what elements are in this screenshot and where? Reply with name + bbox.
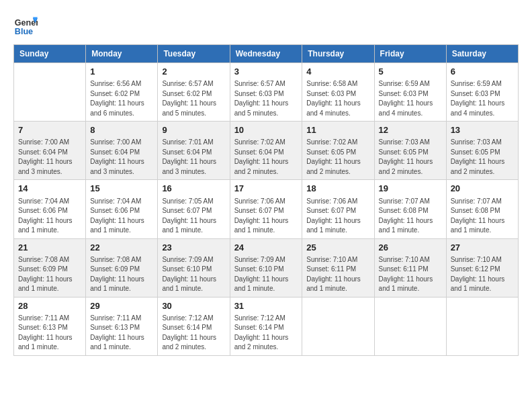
day-number: 18 [306, 183, 369, 195]
day-number: 10 [234, 124, 298, 136]
calendar-cell: 14Sunrise: 7:04 AMSunset: 6:06 PMDayligh… [14, 180, 86, 238]
day-number: 27 [451, 242, 514, 254]
calendar-cell: 6Sunrise: 6:59 AMSunset: 6:03 PMDaylight… [446, 63, 518, 122]
calendar-cell: 19Sunrise: 7:07 AMSunset: 6:08 PMDayligh… [374, 180, 446, 238]
day-number: 24 [234, 242, 298, 254]
calendar-cell: 22Sunrise: 7:08 AMSunset: 6:09 PMDayligh… [86, 238, 158, 297]
day-number: 17 [234, 183, 298, 195]
calendar-cell: 3Sunrise: 6:57 AMSunset: 6:03 PMDaylight… [230, 63, 302, 122]
day-number: 26 [379, 242, 442, 254]
calendar-cell [374, 297, 446, 355]
calendar-cell: 24Sunrise: 7:09 AMSunset: 6:10 PMDayligh… [230, 238, 302, 297]
calendar-cell [14, 63, 86, 122]
day-number: 9 [162, 124, 225, 136]
weekday-header-saturday: Saturday [446, 45, 518, 63]
calendar-cell: 20Sunrise: 7:07 AMSunset: 6:08 PMDayligh… [446, 180, 518, 238]
calendar-week-row: 1Sunrise: 6:56 AMSunset: 6:02 PMDaylight… [14, 63, 519, 122]
calendar-cell: 30Sunrise: 7:12 AMSunset: 6:14 PMDayligh… [158, 297, 230, 355]
day-number: 6 [451, 66, 514, 78]
day-info: Sunrise: 7:11 AMSunset: 6:13 PMDaylight:… [90, 314, 153, 353]
calendar-week-row: 21Sunrise: 7:08 AMSunset: 6:09 PMDayligh… [14, 238, 519, 297]
day-info: Sunrise: 6:57 AMSunset: 6:02 PMDaylight:… [162, 79, 225, 118]
day-info: Sunrise: 7:04 AMSunset: 6:06 PMDaylight:… [18, 197, 81, 236]
calendar-cell: 18Sunrise: 7:06 AMSunset: 6:07 PMDayligh… [302, 180, 374, 238]
weekday-header-monday: Monday [86, 45, 158, 63]
day-info: Sunrise: 7:08 AMSunset: 6:09 PMDaylight:… [90, 255, 153, 294]
day-number: 15 [90, 183, 153, 195]
calendar-cell [446, 297, 518, 355]
calendar-week-row: 14Sunrise: 7:04 AMSunset: 6:06 PMDayligh… [14, 180, 519, 238]
day-number: 7 [18, 124, 81, 136]
calendar-cell [302, 297, 374, 355]
day-number: 1 [90, 66, 153, 78]
day-info: Sunrise: 7:07 AMSunset: 6:08 PMDaylight:… [379, 197, 442, 236]
day-number: 14 [18, 183, 81, 195]
day-info: Sunrise: 7:00 AMSunset: 6:04 PMDaylight:… [18, 138, 81, 177]
day-info: Sunrise: 7:12 AMSunset: 6:14 PMDaylight:… [234, 314, 298, 353]
day-info: Sunrise: 7:08 AMSunset: 6:09 PMDaylight:… [18, 255, 81, 294]
weekday-header-wednesday: Wednesday [230, 45, 302, 63]
page-header: General Blue [13, 13, 519, 38]
calendar-week-row: 28Sunrise: 7:11 AMSunset: 6:13 PMDayligh… [14, 297, 519, 355]
day-number: 21 [18, 242, 81, 254]
day-info: Sunrise: 7:03 AMSunset: 6:05 PMDaylight:… [451, 138, 514, 177]
logo-icon: General Blue [13, 13, 38, 38]
day-info: Sunrise: 7:04 AMSunset: 6:06 PMDaylight:… [90, 197, 153, 236]
day-info: Sunrise: 7:03 AMSunset: 6:05 PMDaylight:… [379, 138, 442, 177]
day-info: Sunrise: 7:10 AMSunset: 6:12 PMDaylight:… [451, 255, 514, 294]
calendar-cell: 7Sunrise: 7:00 AMSunset: 6:04 PMDaylight… [14, 122, 86, 180]
day-number: 12 [379, 124, 442, 136]
day-number: 3 [234, 66, 298, 78]
calendar-cell: 5Sunrise: 6:59 AMSunset: 6:03 PMDaylight… [374, 63, 446, 122]
day-info: Sunrise: 6:59 AMSunset: 6:03 PMDaylight:… [379, 79, 442, 118]
day-info: Sunrise: 7:01 AMSunset: 6:04 PMDaylight:… [162, 138, 225, 177]
calendar-cell: 11Sunrise: 7:02 AMSunset: 6:05 PMDayligh… [302, 122, 374, 180]
calendar-cell: 26Sunrise: 7:10 AMSunset: 6:11 PMDayligh… [374, 238, 446, 297]
day-number: 20 [451, 183, 514, 195]
calendar-cell: 29Sunrise: 7:11 AMSunset: 6:13 PMDayligh… [86, 297, 158, 355]
calendar-cell: 27Sunrise: 7:10 AMSunset: 6:12 PMDayligh… [446, 238, 518, 297]
calendar-cell: 10Sunrise: 7:02 AMSunset: 6:04 PMDayligh… [230, 122, 302, 180]
day-info: Sunrise: 7:07 AMSunset: 6:08 PMDaylight:… [451, 197, 514, 236]
day-number: 29 [90, 300, 153, 312]
weekday-header-tuesday: Tuesday [158, 45, 230, 63]
day-number: 23 [162, 242, 225, 254]
day-info: Sunrise: 7:06 AMSunset: 6:07 PMDaylight:… [234, 197, 298, 236]
weekday-header-friday: Friday [374, 45, 446, 63]
calendar-cell: 2Sunrise: 6:57 AMSunset: 6:02 PMDaylight… [158, 63, 230, 122]
day-info: Sunrise: 7:06 AMSunset: 6:07 PMDaylight:… [306, 197, 369, 236]
day-info: Sunrise: 7:00 AMSunset: 6:04 PMDaylight:… [90, 138, 153, 177]
weekday-header-thursday: Thursday [302, 45, 374, 63]
day-number: 28 [18, 300, 81, 312]
day-number: 19 [379, 183, 442, 195]
calendar-cell: 4Sunrise: 6:58 AMSunset: 6:03 PMDaylight… [302, 63, 374, 122]
day-number: 2 [162, 66, 225, 78]
weekday-header-sunday: Sunday [14, 45, 86, 63]
day-number: 25 [306, 242, 369, 254]
svg-text:Blue: Blue [15, 27, 33, 36]
day-number: 5 [379, 66, 442, 78]
day-number: 11 [306, 124, 369, 136]
calendar-week-row: 7Sunrise: 7:00 AMSunset: 6:04 PMDaylight… [14, 122, 519, 180]
day-number: 30 [162, 300, 225, 312]
calendar-cell: 17Sunrise: 7:06 AMSunset: 6:07 PMDayligh… [230, 180, 302, 238]
calendar-cell: 12Sunrise: 7:03 AMSunset: 6:05 PMDayligh… [374, 122, 446, 180]
day-number: 16 [162, 183, 225, 195]
day-info: Sunrise: 7:10 AMSunset: 6:11 PMDaylight:… [379, 255, 442, 294]
day-number: 22 [90, 242, 153, 254]
day-number: 31 [234, 300, 298, 312]
day-info: Sunrise: 7:09 AMSunset: 6:10 PMDaylight:… [162, 255, 225, 294]
day-info: Sunrise: 6:59 AMSunset: 6:03 PMDaylight:… [451, 79, 514, 118]
day-info: Sunrise: 6:58 AMSunset: 6:03 PMDaylight:… [306, 79, 369, 118]
day-info: Sunrise: 7:05 AMSunset: 6:07 PMDaylight:… [162, 197, 225, 236]
day-info: Sunrise: 7:02 AMSunset: 6:04 PMDaylight:… [234, 138, 298, 177]
day-info: Sunrise: 7:11 AMSunset: 6:13 PMDaylight:… [18, 314, 81, 353]
day-info: Sunrise: 7:10 AMSunset: 6:11 PMDaylight:… [306, 255, 369, 294]
calendar-cell: 9Sunrise: 7:01 AMSunset: 6:04 PMDaylight… [158, 122, 230, 180]
calendar-cell: 25Sunrise: 7:10 AMSunset: 6:11 PMDayligh… [302, 238, 374, 297]
calendar-cell: 15Sunrise: 7:04 AMSunset: 6:06 PMDayligh… [86, 180, 158, 238]
calendar-cell: 21Sunrise: 7:08 AMSunset: 6:09 PMDayligh… [14, 238, 86, 297]
calendar-cell: 28Sunrise: 7:11 AMSunset: 6:13 PMDayligh… [14, 297, 86, 355]
calendar-cell: 31Sunrise: 7:12 AMSunset: 6:14 PMDayligh… [230, 297, 302, 355]
calendar-cell: 23Sunrise: 7:09 AMSunset: 6:10 PMDayligh… [158, 238, 230, 297]
